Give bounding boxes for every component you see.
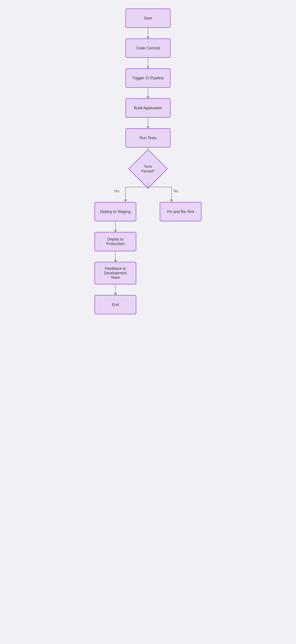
svg-marker-3 bbox=[124, 200, 127, 202]
code-commit-node: Code Commit bbox=[126, 38, 170, 58]
decision-label: TestsPassed? bbox=[141, 164, 155, 174]
code-commit-label: Code Commit bbox=[136, 46, 160, 50]
deploy-staging-node: Deploy to Staging bbox=[94, 202, 136, 221]
end-node: End bbox=[94, 295, 136, 314]
arrow-2 bbox=[148, 58, 148, 68]
build-app-label: Build Application bbox=[134, 106, 162, 110]
left-branch: Deploy to Staging Deploy to Production F… bbox=[94, 202, 136, 314]
end-label: End bbox=[112, 302, 119, 307]
arrow-1 bbox=[148, 28, 148, 38]
branch-connector: Yes No bbox=[103, 183, 193, 202]
build-app-node: Build Application bbox=[126, 98, 170, 118]
fix-retest-node: Fix and Re-Test bbox=[160, 202, 202, 221]
arrow-4 bbox=[148, 118, 148, 128]
yes-label: Yes bbox=[114, 189, 119, 193]
run-tests-node: Run Tests bbox=[126, 128, 170, 148]
feedback-node: Feedback toDevelopment Team bbox=[94, 262, 136, 284]
trigger-ci-node: Trigger CI Pipeline bbox=[126, 68, 170, 88]
deploy-production-label: Deploy to Production bbox=[99, 237, 132, 246]
deploy-staging-label: Deploy to Staging bbox=[100, 210, 130, 214]
arrow-3 bbox=[148, 88, 148, 98]
arrow-7 bbox=[115, 251, 116, 262]
decision-node: TestsPassed? bbox=[130, 155, 166, 183]
right-branch: Fix and Re-Test bbox=[160, 202, 202, 221]
arrow-8 bbox=[115, 284, 116, 295]
fix-retest-label: Fix and Re-Test bbox=[167, 210, 194, 214]
deploy-production-node: Deploy to Production bbox=[94, 232, 136, 251]
branch-nodes-row: Deploy to Staging Deploy to Production F… bbox=[103, 202, 193, 314]
svg-marker-6 bbox=[170, 200, 173, 202]
start-node: Start bbox=[126, 8, 170, 28]
no-label: No bbox=[174, 189, 178, 193]
arrow-6 bbox=[115, 221, 116, 232]
start-label: Start bbox=[144, 16, 152, 20]
run-tests-label: Run Tests bbox=[140, 136, 156, 140]
trigger-ci-label: Trigger CI Pipeline bbox=[132, 76, 164, 80]
flowchart: Start Code Commit Trigger CI Pipeline Bu… bbox=[71, 4, 225, 640]
feedback-label: Feedback toDevelopment Team bbox=[99, 266, 132, 280]
